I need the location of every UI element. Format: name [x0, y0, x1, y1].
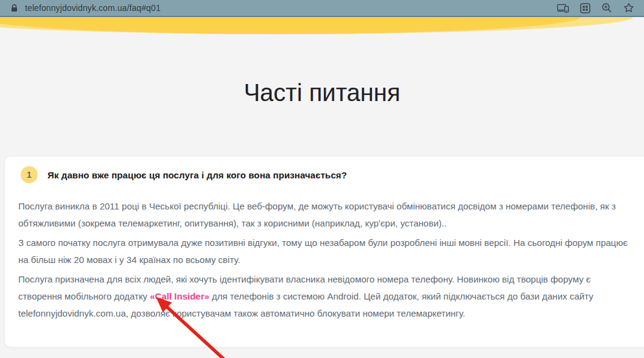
- answer-paragraph-1: Послуга виникла в 2011 році в Чеської ре…: [18, 198, 629, 232]
- faq-card: 1 Як давно вже працює ця послуга і для к…: [5, 156, 644, 347]
- call-insider-link[interactable]: «Call Insider»: [150, 291, 209, 301]
- question-title: Як давно вже працює ця послуга і для ког…: [47, 170, 347, 180]
- question-number-badge: 1: [21, 166, 38, 183]
- answer-body: Послуга виникла в 2011 році в Чеської ре…: [18, 198, 629, 322]
- browser-toolbar: [557, 2, 634, 13]
- zoom-in-icon[interactable]: [601, 2, 612, 13]
- apps-grid-icon[interactable]: [580, 3, 590, 13]
- faq-page: { "browser": { "url": "telefonnyjdovidny…: [0, 0, 644, 358]
- bookmark-star-icon[interactable]: [623, 2, 634, 13]
- browser-address-bar[interactable]: telefonnyjdovidnyk.com.ua/faq#q01: [0, 0, 644, 17]
- lock-icon[interactable]: [10, 4, 18, 13]
- answer-paragraph-2: З самого початку послуга отримувала дуже…: [18, 234, 629, 268]
- faq-question-row: 1 Як давно вже працює ця послуга і для к…: [21, 166, 634, 183]
- page-title: Часті питання: [0, 79, 644, 107]
- send-to-devices-icon[interactable]: [557, 3, 569, 13]
- answer-paragraph-3: Послуга призначена для всіх людей, які х…: [18, 271, 629, 322]
- url-field[interactable]: telefonnyjdovidnyk.com.ua/faq#q01: [25, 3, 557, 13]
